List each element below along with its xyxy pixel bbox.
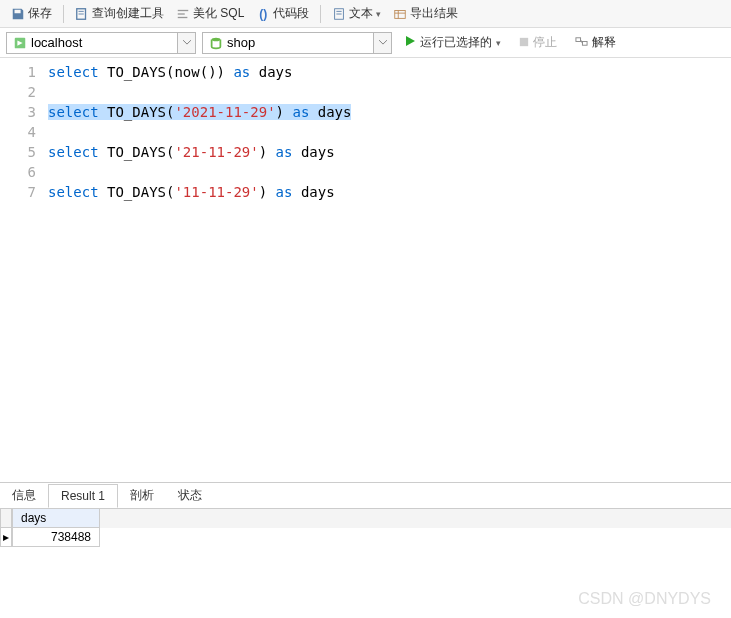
explain-button[interactable]: 解释 bbox=[569, 31, 622, 54]
connection-toolbar: localhost shop 运行已选择的 ▾ 停止 解释 bbox=[0, 28, 731, 58]
export-button[interactable]: 导出结果 bbox=[388, 3, 463, 24]
sql-editor[interactable]: 1234567 select TO_DAYS(now()) as dayssel… bbox=[0, 58, 731, 480]
svg-point-13 bbox=[212, 37, 221, 41]
tab-profile[interactable]: 剖析 bbox=[118, 483, 166, 508]
beautify-icon bbox=[176, 7, 190, 21]
database-label: shop bbox=[227, 35, 255, 50]
line-number: 6 bbox=[0, 162, 36, 182]
result-row[interactable]: ▸ 738488 bbox=[0, 528, 731, 547]
run-selected-button[interactable]: 运行已选择的 ▾ bbox=[398, 31, 507, 54]
separator bbox=[320, 5, 321, 23]
host-icon bbox=[13, 36, 27, 50]
line-number: 3 bbox=[0, 102, 36, 122]
code-snippet-button[interactable]: () 代码段 bbox=[251, 3, 314, 24]
tab-info[interactable]: 信息 bbox=[0, 483, 48, 508]
code-line[interactable] bbox=[48, 162, 731, 182]
result-grid: days ▸ 738488 bbox=[0, 508, 731, 547]
row-marker: ▸ bbox=[0, 528, 12, 547]
export-icon bbox=[393, 7, 407, 21]
row-selector-header bbox=[0, 509, 12, 528]
explain-icon bbox=[575, 35, 588, 51]
code-line[interactable]: select TO_DAYS(now()) as days bbox=[48, 62, 731, 82]
chevron-down-icon bbox=[373, 33, 391, 53]
line-number: 5 bbox=[0, 142, 36, 162]
stop-button: 停止 bbox=[513, 31, 563, 54]
query-tool-label: 查询创建工具 bbox=[92, 5, 164, 22]
dropdown-arrow-icon: ▾ bbox=[376, 9, 381, 19]
code-line[interactable] bbox=[48, 82, 731, 102]
beautify-label: 美化 SQL bbox=[193, 5, 244, 22]
play-icon bbox=[404, 35, 416, 50]
code-line[interactable]: select TO_DAYS('2021-11-29') as days bbox=[48, 102, 731, 122]
column-header-days[interactable]: days bbox=[12, 509, 100, 528]
line-number: 2 bbox=[0, 82, 36, 102]
text-button[interactable]: 文本 ▾ bbox=[327, 3, 386, 24]
svg-rect-14 bbox=[520, 37, 528, 45]
stop-label: 停止 bbox=[533, 34, 557, 51]
svg-rect-16 bbox=[582, 41, 587, 45]
query-tool-button[interactable]: 查询创建工具 bbox=[70, 3, 169, 24]
code-line[interactable]: select TO_DAYS('21-11-29') as days bbox=[48, 142, 731, 162]
host-label: localhost bbox=[31, 35, 82, 50]
dropdown-arrow-icon: ▾ bbox=[496, 38, 501, 48]
run-label: 运行已选择的 bbox=[420, 34, 492, 51]
database-icon bbox=[209, 36, 223, 50]
result-tabs: 信息 Result 1 剖析 状态 bbox=[0, 482, 731, 508]
line-number: 7 bbox=[0, 182, 36, 202]
tab-status[interactable]: 状态 bbox=[166, 483, 214, 508]
svg-rect-9 bbox=[395, 10, 406, 18]
main-toolbar: 保存 查询创建工具 美化 SQL () 代码段 文本 ▾ 导出结果 bbox=[0, 0, 731, 28]
save-button[interactable]: 保存 bbox=[6, 3, 57, 24]
code-area[interactable]: select TO_DAYS(now()) as daysselect TO_D… bbox=[48, 58, 731, 480]
separator bbox=[63, 5, 64, 23]
explain-label: 解释 bbox=[592, 34, 616, 51]
query-tool-icon bbox=[75, 7, 89, 21]
export-label: 导出结果 bbox=[410, 5, 458, 22]
text-icon bbox=[332, 7, 346, 21]
stop-icon bbox=[519, 36, 529, 50]
text-label: 文本 bbox=[349, 5, 373, 22]
line-number: 4 bbox=[0, 122, 36, 142]
line-number-gutter: 1234567 bbox=[0, 58, 48, 480]
code-line[interactable] bbox=[48, 122, 731, 142]
host-dropdown[interactable]: localhost bbox=[6, 32, 196, 54]
beautify-sql-button[interactable]: 美化 SQL bbox=[171, 3, 249, 24]
result-header-row: days bbox=[0, 509, 731, 528]
chevron-down-icon bbox=[177, 33, 195, 53]
cell-days-value[interactable]: 738488 bbox=[12, 528, 100, 547]
watermark: CSDN @DNYDYS bbox=[578, 590, 711, 608]
tab-result[interactable]: Result 1 bbox=[48, 484, 118, 508]
code-line[interactable]: select TO_DAYS('11-11-29') as days bbox=[48, 182, 731, 202]
svg-rect-15 bbox=[576, 37, 581, 41]
code-icon: () bbox=[256, 7, 270, 21]
save-label: 保存 bbox=[28, 5, 52, 22]
code-label: 代码段 bbox=[273, 5, 309, 22]
line-number: 1 bbox=[0, 62, 36, 82]
save-icon bbox=[11, 7, 25, 21]
database-dropdown[interactable]: shop bbox=[202, 32, 392, 54]
